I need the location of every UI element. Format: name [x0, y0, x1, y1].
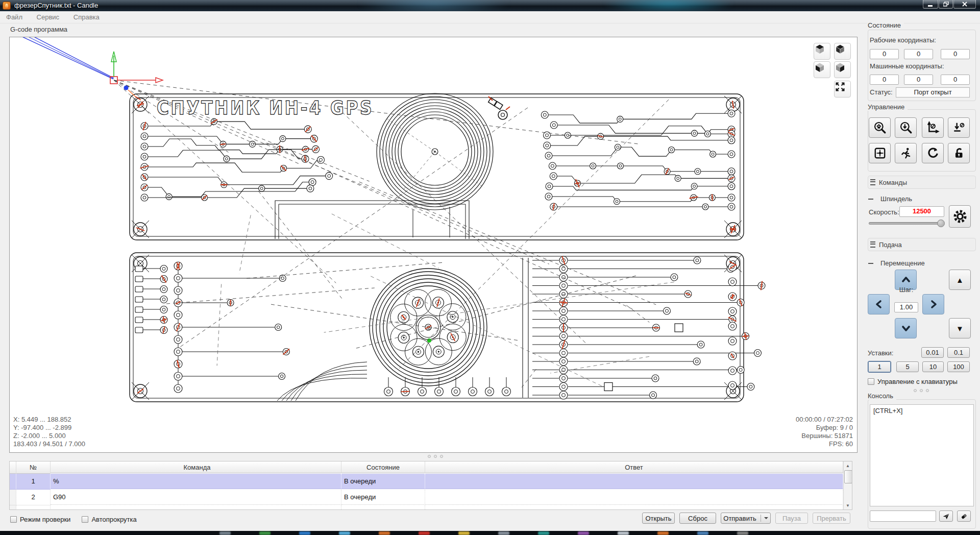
zero-z-button[interactable] — [948, 117, 970, 138]
checkbox-box — [10, 516, 17, 523]
chevron-up-icon — [901, 275, 911, 285]
send-dropdown-icon[interactable] — [761, 515, 768, 522]
view-isometric-button[interactable] — [834, 43, 851, 60]
taskbar-app-icon[interactable] — [219, 531, 231, 535]
scrollbar-thumb[interactable] — [844, 470, 852, 483]
feed-section-header[interactable]: Подача — [868, 238, 976, 251]
console-input[interactable] — [870, 510, 936, 522]
status-label: Статус: — [870, 88, 893, 96]
taskbar-app-icon[interactable] — [339, 531, 350, 535]
autoscroll-checkbox[interactable]: Автопрокрутка — [82, 516, 136, 523]
jog-z-plus-button[interactable]: ▲ — [949, 270, 971, 290]
taskbar-app-icon[interactable] — [578, 531, 589, 535]
state-title: Состояние — [868, 21, 904, 29]
speed-field[interactable]: 12500 — [899, 206, 944, 217]
reset-button-panel[interactable] — [922, 143, 944, 163]
abort-button[interactable]: Прервать — [813, 513, 850, 524]
preset-0.1-button[interactable]: 0.1 — [947, 347, 970, 358]
jog-y-minus-button[interactable] — [895, 318, 917, 338]
presets-label: Уставки: — [868, 349, 893, 357]
restore-button[interactable] — [939, 0, 953, 9]
check-mode-checkbox[interactable]: Режим проверки — [10, 516, 70, 523]
open-button[interactable]: Открыть — [642, 513, 675, 524]
fit-view-button[interactable] — [834, 81, 851, 98]
preset-0.01-button[interactable]: 0.01 — [921, 347, 944, 358]
console-log[interactable]: [CTRL+X] — [870, 404, 974, 506]
runner-icon — [899, 147, 913, 160]
chevron-right-icon — [928, 299, 939, 309]
gcode-viewport[interactable]: СПУТНИК ИН-4 GPS X: 5.449 ... 188.852 Y:… — [9, 37, 857, 453]
scroll-down-icon[interactable]: ▼ — [844, 501, 852, 509]
taskbar-app-icon[interactable] — [618, 531, 629, 535]
toolpath-canvas: СПУТНИК ИН-4 GPS — [10, 37, 857, 452]
dimensions-readout: X: 5.449 ... 188.852 Y: -97.400 ... -2.8… — [13, 416, 85, 448]
spindle-section-header[interactable]: Шпиндель — [868, 192, 976, 205]
minimize-button[interactable] — [923, 0, 938, 9]
view-side-button[interactable] — [834, 61, 851, 78]
cube-isometric-icon — [835, 43, 846, 55]
expanded-icon — [868, 199, 873, 200]
preset-100-button[interactable]: 100 — [947, 361, 970, 372]
preset-10-button[interactable]: 10 — [922, 361, 944, 372]
table-scrollbar[interactable]: ▲ ▼ — [843, 461, 852, 509]
commands-section-header[interactable]: Команды — [868, 176, 976, 189]
work-x-field: 0 — [870, 49, 899, 59]
table-header: № Команда Состояние Ответ — [10, 461, 843, 474]
windows-taskbar[interactable] — [0, 531, 980, 535]
jog-x-minus-button[interactable] — [868, 294, 890, 314]
spindle-toggle-button[interactable] — [949, 205, 971, 228]
panel-splitter[interactable] — [914, 389, 929, 392]
taskbar-app-icon[interactable] — [737, 531, 748, 535]
pause-button[interactable]: Пауза — [775, 513, 808, 524]
restore-origin-button[interactable] — [869, 143, 891, 163]
preset-5-button[interactable]: 5 — [896, 361, 919, 372]
jog-z-minus-button[interactable]: ▼ — [949, 318, 971, 338]
send-button[interactable]: Отправить — [721, 513, 771, 524]
taskbar-app-icon[interactable] — [458, 531, 470, 535]
jog-x-plus-button[interactable] — [922, 294, 944, 314]
machine-z-field: 0 — [941, 75, 970, 85]
menu-file[interactable]: Файл — [0, 11, 29, 23]
titlebar-glow — [357, 0, 510, 11]
taskbar-app-icon[interactable] — [498, 531, 509, 535]
close-icon — [962, 2, 967, 7]
taskbar-app-icon[interactable] — [419, 531, 430, 535]
taskbar-app-icon[interactable] — [538, 531, 549, 535]
keyboard-control-checkbox[interactable]: Управление с клавиатуры — [868, 378, 958, 385]
taskbar-app-icon[interactable] — [657, 531, 669, 535]
speed-slider-handle[interactable] — [937, 220, 945, 227]
scroll-up-icon[interactable]: ▲ — [844, 461, 852, 470]
col-state: Состояние — [341, 461, 425, 473]
work-y-field: 0 — [904, 49, 933, 59]
console-clear-button[interactable] — [957, 510, 971, 522]
zero-xy-button[interactable] — [922, 117, 944, 138]
taskbar-app-icon[interactable] — [697, 531, 708, 535]
search-probe-icon — [899, 121, 913, 134]
view-top-button[interactable] — [814, 43, 830, 60]
console-send-button[interactable] — [939, 510, 953, 522]
collapsed-icon — [870, 179, 875, 185]
search-home-icon — [873, 121, 887, 134]
view-front-button[interactable] — [814, 61, 830, 78]
gcode-row[interactable]: 3 M3 S8000 В очереди — [10, 505, 843, 510]
window-title: фрезерСпутник.txt - Candle — [14, 2, 98, 9]
menu-help[interactable]: Справка — [67, 11, 106, 23]
speed-slider-track[interactable] — [869, 222, 944, 225]
unlock-button[interactable] — [948, 143, 970, 163]
jog-section-header[interactable]: Перемещение — [868, 256, 976, 270]
preset-1-button[interactable]: 1 — [868, 361, 891, 373]
taskbar-app-icon[interactable] — [259, 531, 271, 535]
step-field[interactable]: 1.00 — [894, 302, 918, 312]
viewport-table-splitter[interactable] — [428, 455, 443, 458]
probe-z-button[interactable] — [895, 117, 917, 138]
gcode-row[interactable]: 1 % В очереди — [10, 474, 843, 490]
close-button[interactable] — [953, 0, 976, 9]
menu-service[interactable]: Сервис — [31, 11, 66, 23]
home-button[interactable] — [869, 117, 891, 138]
taskbar-app-icon[interactable] — [379, 531, 390, 535]
taskbar-app-icon[interactable] — [299, 531, 310, 535]
gcode-row[interactable]: 2 G90 В очереди — [10, 490, 843, 505]
checkbox-box — [82, 516, 88, 523]
reset-button[interactable]: Сброс — [679, 513, 716, 524]
safe-position-button[interactable] — [895, 143, 917, 163]
